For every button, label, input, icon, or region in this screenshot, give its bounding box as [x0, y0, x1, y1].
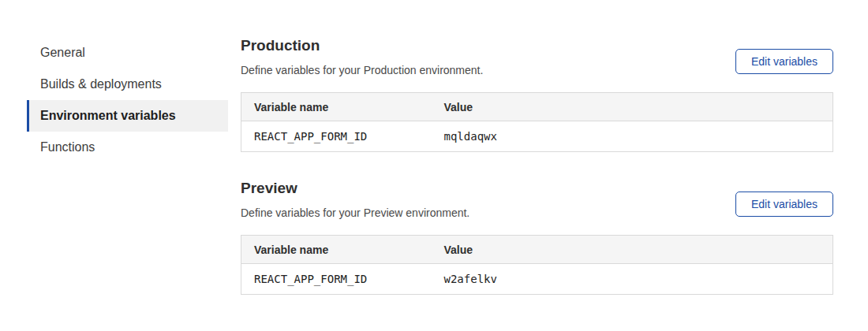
production-variables-table: Variable name Value REACT_APP_FORM_ID mq… [241, 92, 833, 152]
variable-name-cell: REACT_APP_FORM_ID [241, 264, 432, 295]
value-column-header: Value [432, 236, 833, 264]
table-header-row: Variable name Value [241, 236, 833, 264]
sidebar-item-functions[interactable]: Functions [27, 132, 228, 163]
sidebar-item-environment-variables[interactable]: Environment variables [27, 100, 228, 132]
table-header-row: Variable name Value [241, 93, 833, 121]
production-edit-variables-button[interactable]: Edit variables [735, 49, 833, 74]
production-section: Production Define variables for your Pro… [241, 36, 834, 152]
settings-sidebar: General Builds & deployments Environment… [27, 37, 228, 163]
table-row: REACT_APP_FORM_ID w2afelkv [241, 264, 833, 295]
sidebar-item-general[interactable]: General [27, 37, 228, 69]
value-column-header: Value [432, 93, 833, 121]
variable-name-cell: REACT_APP_FORM_ID [241, 121, 432, 152]
preview-edit-variables-button[interactable]: Edit variables [735, 192, 833, 217]
preview-variables-table: Variable name Value REACT_APP_FORM_ID w2… [241, 235, 833, 295]
variable-name-column-header: Variable name [241, 236, 432, 264]
variable-value-cell: mqldaqwx [432, 121, 833, 152]
variable-name-column-header: Variable name [241, 93, 432, 121]
table-row: REACT_APP_FORM_ID mqldaqwx [241, 121, 833, 152]
variable-value-cell: w2afelkv [432, 264, 833, 295]
preview-section: Preview Define variables for your Previe… [241, 179, 834, 295]
environment-variables-panel: Production Define variables for your Pro… [241, 36, 834, 295]
sidebar-item-builds-deployments[interactable]: Builds & deployments [27, 69, 228, 100]
